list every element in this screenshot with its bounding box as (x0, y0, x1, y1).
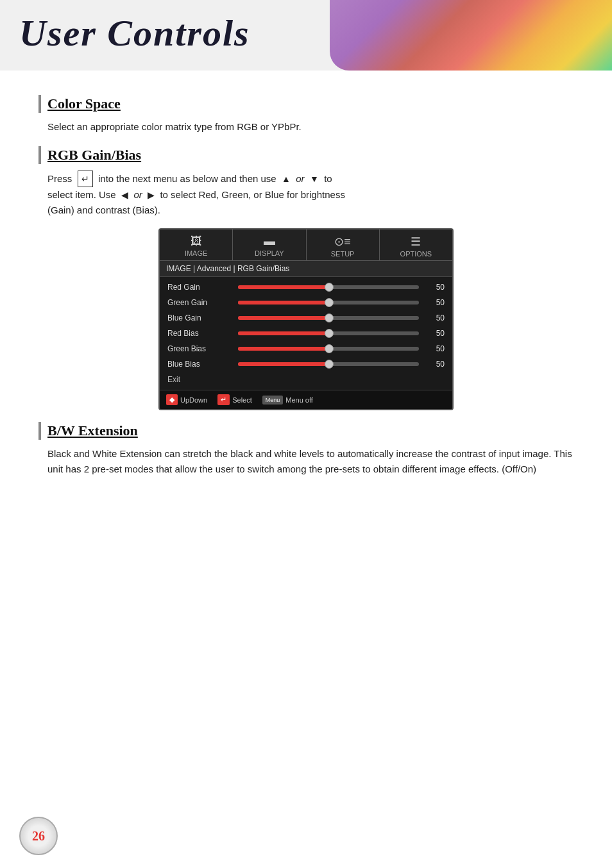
bw-extension-body: Black and White Extension can stretch th… (47, 446, 574, 477)
options-tab-icon: ☰ (382, 235, 450, 249)
osd-row-blue-gain: Blue Gain 50 (160, 310, 452, 326)
options-tab-label: OPTIONS (400, 250, 432, 258)
blue-gain-thumb (325, 313, 334, 322)
blue-gain-value: 50 (425, 313, 445, 322)
rgb-gain-bias-header: RGB Gain/Bias (38, 146, 574, 164)
red-bias-value: 50 (425, 329, 445, 338)
bw-extension-header: B/W Extension (38, 422, 574, 440)
select-label: Select (232, 396, 252, 404)
section-line-3 (38, 422, 41, 440)
section-line (38, 95, 41, 113)
bw-extension-title: B/W Extension (47, 422, 138, 439)
blue-bias-fill (238, 362, 328, 366)
rgb-gain-bias-body: Press ↵ into the next menu as below and … (47, 171, 574, 218)
red-gain-label: Red Gain (167, 283, 232, 292)
page-number: 26 (32, 829, 45, 844)
red-gain-fill (238, 285, 328, 289)
osd-rows: Red Gain 50 Green Gain 50 (160, 277, 452, 390)
osd-row-green-bias: Green Bias 50 (160, 341, 452, 356)
green-gain-fill (238, 301, 328, 305)
updown-icon: ◆ (166, 394, 178, 405)
page-footer: 26 (19, 817, 58, 855)
osd-tab-options: ☰ OPTIONS (380, 230, 452, 260)
red-gain-value: 50 (425, 283, 445, 292)
green-bias-fill (238, 347, 328, 351)
left-arrow-icon: ◀ (121, 190, 128, 200)
osd-row-blue-bias: Blue Bias 50 (160, 356, 452, 372)
osd-footer: ◆ UpDown ↵ Select Menu Menu off (160, 390, 452, 409)
red-bias-track (238, 331, 419, 335)
red-gain-track (238, 285, 419, 289)
select-icon: ↵ (217, 394, 230, 405)
osd-row-red-gain: Red Gain 50 (160, 280, 452, 295)
up-arrow-icon: ▲ (282, 174, 291, 184)
osd-tab-display: ▬ DISPLAY (233, 230, 306, 260)
blue-bias-slider (238, 362, 419, 366)
green-bias-track (238, 347, 419, 351)
blue-bias-track (238, 362, 419, 366)
osd-breadcrumb: IMAGE | Advanced | RGB Gain/Bias (160, 261, 452, 277)
footer-menu: Menu Menu off (262, 396, 313, 405)
header: User Controls (0, 0, 612, 71)
green-gain-track (238, 301, 419, 305)
green-bias-thumb (325, 344, 334, 353)
green-bias-label: Green Bias (167, 344, 232, 353)
display-tab-label: DISPLAY (255, 249, 284, 257)
blue-bias-label: Blue Bias (167, 360, 232, 369)
down-arrow-icon: ▼ (310, 174, 319, 184)
header-decoration (330, 0, 612, 71)
red-gain-slider (238, 285, 419, 289)
green-gain-label: Green Gain (167, 298, 232, 307)
blue-gain-track (238, 316, 419, 320)
menu-off-label: Menu off (285, 396, 313, 404)
color-space-header: Color Space (38, 95, 574, 113)
section-line-2 (38, 146, 41, 164)
osd-exit-row: Exit (160, 372, 452, 387)
osd-tabs: 🖼 IMAGE ▬ DISPLAY ⊙≡ SETUP ☰ OPTIONS (160, 230, 452, 261)
page-title: User Controls (19, 12, 250, 54)
osd-tab-image: 🖼 IMAGE (160, 230, 233, 260)
image-tab-icon: 🖼 (162, 235, 230, 248)
osd-tab-setup: ⊙≡ SETUP (307, 230, 380, 260)
green-gain-slider (238, 301, 419, 305)
enter-icon: ↵ (78, 171, 93, 187)
right-arrow-icon: ▶ (148, 190, 155, 200)
setup-tab-label: SETUP (331, 250, 355, 258)
green-bias-slider (238, 347, 419, 351)
setup-tab-icon: ⊙≡ (309, 235, 377, 249)
or-text-2: or (133, 189, 142, 200)
osd-row-green-gain: Green Gain 50 (160, 295, 452, 310)
blue-gain-label: Blue Gain (167, 313, 232, 322)
red-gain-thumb (325, 283, 334, 292)
osd-row-red-bias: Red Bias 50 (160, 326, 452, 341)
image-tab-label: IMAGE (185, 249, 207, 257)
osd-menu: 🖼 IMAGE ▬ DISPLAY ⊙≡ SETUP ☰ OPTIONS IMA… (158, 228, 454, 410)
blue-gain-slider (238, 316, 419, 320)
main-content: Color Space Select an appropriate color … (0, 71, 612, 513)
rgb-gain-bias-title: RGB Gain/Bias (47, 147, 141, 163)
display-tab-icon: ▬ (235, 235, 303, 248)
red-bias-fill (238, 331, 328, 335)
green-gain-thumb (325, 298, 334, 307)
blue-bias-value: 50 (425, 360, 445, 369)
red-bias-thumb (325, 329, 334, 338)
footer-select: ↵ Select (217, 394, 252, 405)
color-space-title: Color Space (47, 96, 121, 112)
red-bias-slider (238, 331, 419, 335)
or-text-1: or (296, 173, 304, 184)
updown-label: UpDown (180, 396, 207, 404)
color-space-body: Select an appropriate color matrix type … (47, 119, 574, 135)
blue-gain-fill (238, 316, 328, 320)
green-bias-value: 50 (425, 344, 445, 353)
exit-label: Exit (167, 375, 180, 384)
menu-icon: Menu (262, 396, 284, 405)
red-bias-label: Red Bias (167, 329, 232, 338)
footer-updown: ◆ UpDown (166, 394, 207, 405)
green-gain-value: 50 (425, 298, 445, 307)
blue-bias-thumb (325, 360, 334, 369)
